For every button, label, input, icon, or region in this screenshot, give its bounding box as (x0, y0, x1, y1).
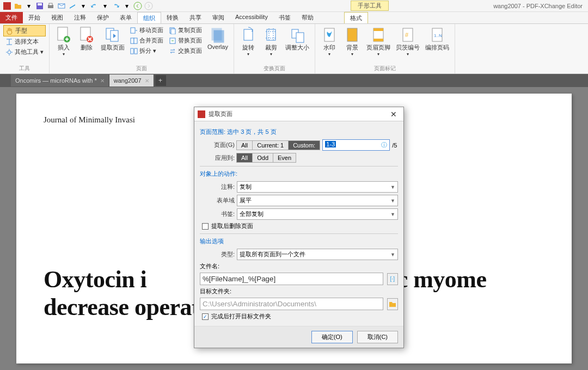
swap-page-button[interactable]: 交换页面 (167, 46, 204, 56)
bates-icon: # (399, 26, 416, 44)
page-range-input[interactable]: 1-3ⓘ (322, 139, 390, 151)
range-custom-option[interactable]: Custom: (288, 140, 320, 150)
tab-bookmarks[interactable]: 书签 (273, 12, 296, 23)
watermark-button[interactable]: 水印▾ (318, 25, 340, 58)
svg-rect-0 (3, 2, 11, 10)
tab-accessibility[interactable]: Accessibility (230, 12, 273, 23)
merge-page-button[interactable]: 合并页面 (128, 35, 166, 46)
background-button[interactable]: 背景▾ (341, 25, 363, 58)
nav-fwd-icon[interactable] (144, 1, 154, 11)
svg-rect-25 (244, 29, 253, 40)
title-bar: ▾ ▾ ▾ ▾ 手形工具 wang2007 - PDF-XChange Edit… (0, 0, 588, 12)
folder-input[interactable] (200, 298, 383, 310)
dropdown-icon[interactable]: ▾ (100, 1, 110, 11)
open-after-checkbox[interactable]: ✓完成后打开目标文件夹 (202, 312, 398, 320)
close-button[interactable]: ✕ (387, 110, 400, 119)
bates-button[interactable]: #贝茨编号▾ (394, 25, 422, 58)
tab-organize[interactable]: 组织 (137, 12, 161, 23)
tab-file[interactable]: 文件 (0, 12, 23, 23)
context-tab-label: 手形工具 (351, 1, 389, 11)
type-combo[interactable]: 提取所有页面到一个文件▼ (237, 249, 398, 260)
undo-icon[interactable] (89, 1, 99, 11)
tab-help[interactable]: 帮助 (296, 12, 319, 23)
page-delete-icon (78, 26, 95, 44)
select-text-button[interactable]: 选择文本 (3, 36, 46, 47)
range-current-option[interactable]: Current: 1 (252, 140, 289, 150)
resize-button[interactable]: 调整大小 (283, 25, 311, 53)
svg-rect-30 (347, 28, 357, 41)
ok-button[interactable]: 确定(O) (311, 331, 353, 343)
extract-page-button[interactable]: 提取页面 (99, 25, 127, 53)
group-label-marks: 页面标记 (318, 64, 451, 73)
hand-tool-button[interactable]: 手型 (3, 25, 46, 36)
save-icon[interactable] (35, 1, 45, 11)
close-icon[interactable]: ✕ (100, 78, 105, 84)
page-add-icon (55, 26, 72, 44)
tab-protect[interactable]: 保护 (91, 12, 114, 23)
comments-combo[interactable]: 复制▼ (237, 181, 398, 193)
tab-format[interactable]: 格式 (344, 12, 368, 23)
doc-tab-2[interactable]: wang2007✕ (109, 75, 154, 87)
svg-rect-17 (134, 38, 137, 44)
forms-combo[interactable]: 展平▼ (237, 195, 398, 206)
print-icon[interactable] (46, 1, 56, 11)
close-icon[interactable]: ✕ (145, 78, 149, 84)
tab-annotate[interactable]: 注释 (69, 12, 91, 23)
crop-button[interactable]: 裁剪▾ (260, 25, 282, 58)
insert-page-button[interactable]: 插入▾ (53, 25, 75, 58)
background-icon (344, 26, 361, 44)
label-apply: 应用到: (200, 154, 235, 162)
chevron-down-icon: ▼ (390, 212, 395, 217)
rotate-button[interactable]: 旋转▾ (237, 25, 259, 58)
email-icon[interactable] (57, 1, 66, 11)
label-forms: 表单域 (200, 196, 235, 205)
header-footer-button[interactable]: 页眉页脚▾ (364, 25, 393, 58)
redo-icon[interactable] (111, 1, 121, 11)
tab-share[interactable]: 共享 (184, 12, 207, 23)
split-page-button[interactable]: 拆分 ▾ (128, 46, 166, 56)
page-move-icon (130, 27, 138, 34)
label-comments: 注释: (200, 183, 235, 191)
delete-page-button[interactable]: 删除 (76, 25, 97, 53)
add-tab-button[interactable]: + (155, 75, 166, 86)
label-bookmarks: 书签: (200, 210, 235, 218)
hand-icon (6, 27, 14, 35)
label-page: 页面(G) (200, 141, 235, 149)
filename-input[interactable] (200, 273, 383, 285)
tab-review[interactable]: 审阅 (207, 12, 230, 23)
browse-folder-button[interactable] (387, 298, 398, 310)
quick-access-toolbar: ▾ ▾ ▾ ▾ (2, 1, 154, 11)
scan-icon[interactable] (68, 1, 77, 11)
tab-forms[interactable]: 表单 (114, 12, 137, 23)
page-number-button[interactable]: 1..N编排页码 (423, 25, 451, 53)
move-page-button[interactable]: 移动页面 (128, 25, 166, 35)
bookmarks-combo[interactable]: 全部复制▼ (237, 208, 398, 220)
group-label-tools: 工具 (3, 64, 46, 73)
tab-convert[interactable]: 转换 (161, 12, 184, 23)
delete-after-checkbox[interactable]: 提取后删除页面 (202, 222, 398, 230)
dropdown-icon[interactable]: ▾ (78, 1, 88, 11)
chevron-down-icon: ▼ (390, 252, 395, 257)
dropdown-icon[interactable]: ▾ (24, 1, 34, 11)
page-number-icon: 1..N (428, 26, 446, 44)
cancel-button[interactable]: 取消(C) (357, 331, 398, 343)
apply-even-option[interactable]: Even (273, 153, 296, 163)
info-icon[interactable]: ⓘ (381, 141, 387, 149)
group-label-transform: 变换页面 (237, 64, 311, 73)
open-icon[interactable] (13, 1, 23, 11)
ribbon-group-transform: 旋转▾ 裁剪▾ 调整大小 变换页面 (234, 24, 315, 73)
dialog-titlebar[interactable]: 提取页面 ✕ (194, 107, 403, 121)
copy-page-button[interactable]: 复制页面 (167, 25, 204, 35)
apply-all-option[interactable]: All (236, 153, 253, 163)
range-all-option[interactable]: All (236, 140, 253, 150)
replace-page-button[interactable]: 替换页面 (167, 35, 204, 46)
dropdown-icon[interactable]: ▾ (122, 1, 132, 11)
apply-odd-option[interactable]: Odd (252, 153, 273, 163)
overlay-button[interactable]: Overlay (205, 25, 230, 51)
filename-macro-button[interactable]: [·] (387, 273, 398, 285)
tab-view[interactable]: 视图 (46, 12, 69, 23)
tab-start[interactable]: 开始 (23, 12, 46, 23)
doc-tab-1[interactable]: Oncomirs — microRNAs with *✕ (11, 75, 109, 87)
nav-back-icon[interactable] (133, 1, 143, 11)
other-tools-button[interactable]: 其他工具 ▾ (3, 47, 46, 57)
